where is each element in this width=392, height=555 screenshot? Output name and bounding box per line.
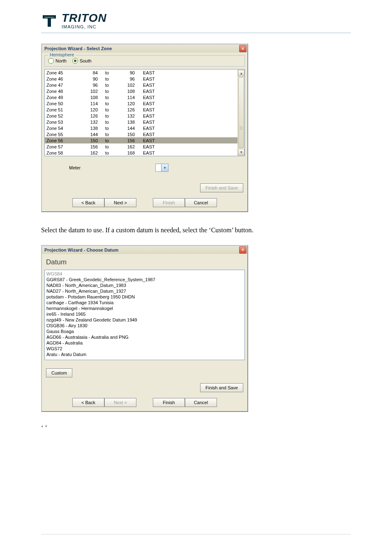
list-item[interactable]: Zone 4796to102EAST (45, 82, 238, 88)
list-item[interactable]: ire65 - Ireland 1965 (46, 311, 243, 317)
datum-heading: Datum (46, 258, 245, 266)
radio-icon (72, 58, 78, 64)
choose-datum-dialog: Projection Wizard - Choose Datum × Datum… (41, 245, 248, 412)
list-item[interactable]: Zone 54138to144EAST (45, 125, 238, 131)
list-item[interactable]: GGRS87 - Greek_Geodetic_Reference_System… (46, 277, 243, 282)
list-item[interactable]: NAD83 - North_American_Datum_1983 (46, 282, 243, 288)
list-item[interactable]: Zone 55144to150EAST (45, 131, 238, 137)
cancel-button[interactable]: Cancel (185, 198, 217, 207)
scroll-down-icon[interactable]: ▾ (238, 149, 244, 155)
next-button[interactable]: Next > (104, 198, 136, 207)
list-item[interactable]: Zone 58162to168EAST (45, 150, 238, 156)
list-item[interactable]: AGD84 - Australia (46, 340, 243, 346)
logo-subtitle: IMAGING, INC (62, 25, 107, 29)
header-rule (41, 32, 351, 33)
list-item[interactable]: Zone 49108to114EAST (45, 94, 238, 100)
finish-button[interactable]: Finish (153, 398, 185, 407)
list-item[interactable]: Zone 57156to162EAST (45, 143, 238, 150)
brand-logo: TRITON IMAGING, INC (41, 12, 351, 29)
list-item[interactable]: Zone 52126to132EAST (45, 113, 238, 119)
cancel-button[interactable]: Cancel (185, 398, 217, 407)
unit-label: Meter (69, 165, 151, 170)
scroll-thumb[interactable] (238, 77, 244, 148)
list-item[interactable]: Zone 51120to126EAST (45, 106, 238, 113)
titlebar[interactable]: Projection Wizard - Select Zone × (42, 44, 247, 53)
logo-title: TRITON (62, 12, 107, 24)
scrollbar[interactable]: ▴ ▾ (238, 69, 244, 156)
radio-icon (48, 58, 54, 64)
list-item[interactable]: hermannskogel - Hermannskogel (46, 305, 243, 311)
zone-listbox[interactable]: Zone 4584to90EASTZone 4690to96EASTZone 4… (44, 69, 245, 156)
list-item[interactable]: Zone 56150to156EAST (45, 137, 238, 143)
list-item[interactable]: Gauss Boaga (46, 328, 243, 334)
list-item[interactable]: WGS72 (46, 346, 243, 352)
close-icon[interactable]: × (239, 45, 247, 52)
list-item[interactable]: Aratu - Aratu Datum (46, 352, 243, 357)
north-label: North (55, 58, 67, 63)
unit-dropdown[interactable]: ▾ (155, 164, 168, 172)
list-item[interactable]: Zone 4690to96EAST (45, 76, 238, 82)
north-radio[interactable]: North (48, 58, 67, 64)
finish-and-save-button[interactable]: Finish and Save (200, 383, 243, 392)
list-item[interactable]: Zone 4584to90EAST (45, 69, 238, 76)
list-item[interactable]: AGD66 - Australasia - Australia and PNG (46, 334, 243, 340)
list-item[interactable]: OSGB36 - Airy 1830 (46, 323, 243, 328)
footer-rule (41, 534, 351, 534)
hemisphere-group: Hemisphere North South (44, 55, 245, 67)
logo-icon (41, 13, 58, 29)
chevron-down-icon[interactable]: ▾ (161, 164, 168, 171)
list-item[interactable]: WGS84 (46, 271, 243, 277)
group-legend: Hemisphere (48, 52, 76, 57)
finish-button[interactable]: Finish (153, 198, 185, 207)
back-button[interactable]: < Back (72, 398, 104, 407)
list-item[interactable]: Zone 50114to120EAST (45, 100, 238, 106)
list-item[interactable]: Zone 53132to138EAST (45, 119, 238, 125)
datum-listbox[interactable]: WGS84GGRS87 - Greek_Geodetic_Reference_S… (44, 270, 245, 360)
instruction-text: Select the datum to use. If a custom dat… (41, 226, 351, 235)
finish-and-save-button[interactable]: Finish and Save (200, 183, 243, 192)
stray-quotes: ‘ ’ (41, 424, 351, 432)
list-item[interactable]: potsdam - Potsdam Rauenberg 1950 DHDN (46, 294, 243, 300)
next-button[interactable]: Next > (104, 398, 136, 407)
list-item[interactable]: Zone 48102to108EAST (45, 88, 238, 94)
scroll-up-icon[interactable]: ▴ (238, 70, 244, 76)
south-radio[interactable]: South (72, 58, 92, 64)
custom-button[interactable]: Custom (46, 368, 72, 377)
list-item[interactable]: NAD27 - North_American_Datum_1927 (46, 288, 243, 294)
dialog-title: Projection Wizard - Choose Datum (44, 247, 118, 252)
list-item[interactable]: carthage - Carthage 1934 Tunisia (46, 300, 243, 305)
dialog-title: Projection Wizard - Select Zone (44, 46, 112, 51)
back-button[interactable]: < Back (72, 198, 104, 207)
select-zone-dialog: Projection Wizard - Select Zone × Hemisp… (41, 44, 248, 212)
titlebar[interactable]: Projection Wizard - Choose Datum × (42, 246, 247, 254)
list-item[interactable]: nzgd49 - New Zealand Geodetic Datum 1949 (46, 317, 243, 323)
close-icon[interactable]: × (239, 246, 247, 254)
south-label: South (80, 58, 92, 63)
